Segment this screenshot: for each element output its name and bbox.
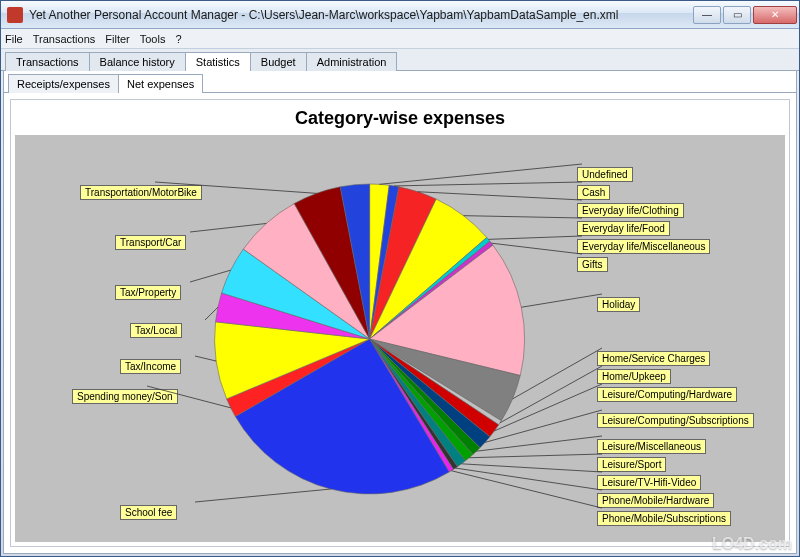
svg-line-11 — [477, 436, 602, 451]
svg-line-15 — [451, 470, 602, 507]
subtab-net-expenses[interactable]: Net expenses — [118, 74, 203, 93]
tab-administration[interactable]: Administration — [306, 52, 398, 71]
svg-line-2 — [418, 191, 582, 199]
svg-line-13 — [462, 463, 602, 471]
chart-panel: Category-wise expenses UndefinedCashEver… — [10, 99, 790, 547]
chart-title: Category-wise expenses — [15, 104, 785, 135]
svg-line-14 — [455, 468, 602, 490]
menu-filter[interactable]: Filter — [105, 33, 129, 45]
close-button[interactable]: ✕ — [753, 6, 797, 24]
subtab-receipts-expenses[interactable]: Receipts/expenses — [8, 74, 119, 93]
svg-line-5 — [491, 243, 582, 254]
svg-line-18 — [195, 356, 216, 361]
menu-tools[interactable]: Tools — [140, 33, 166, 45]
tab-transactions[interactable]: Transactions — [5, 52, 90, 71]
svg-line-16 — [195, 489, 331, 502]
statistics-panel: Receipts/expenses Net expenses Category-… — [3, 71, 797, 554]
tab-budget[interactable]: Budget — [250, 52, 307, 71]
main-tabstrip: Transactions Balance history Statistics … — [1, 49, 799, 71]
tab-statistics[interactable]: Statistics — [185, 52, 251, 71]
svg-line-22 — [155, 182, 317, 193]
app-icon — [7, 7, 23, 23]
pie-chart-plot[interactable]: UndefinedCashEveryday life/ClothingEvery… — [15, 135, 785, 542]
menu-file[interactable]: File — [5, 33, 23, 45]
statistics-subtabs: Receipts/expenses Net expenses — [4, 71, 796, 93]
svg-line-21 — [190, 223, 266, 232]
svg-line-6 — [521, 294, 602, 307]
window-buttons: — ▭ ✕ — [693, 6, 797, 24]
svg-line-0 — [379, 164, 582, 184]
maximize-button[interactable]: ▭ — [723, 6, 751, 24]
svg-line-1 — [394, 182, 582, 186]
svg-line-4 — [488, 236, 582, 239]
menubar: File Transactions Filter Tools ? — [1, 29, 799, 49]
tab-balance-history[interactable]: Balance history — [89, 52, 186, 71]
titlebar[interactable]: Yet Another Personal Account Manager - C… — [1, 1, 799, 29]
pie-svg — [20, 135, 780, 542]
title-text: Yet Another Personal Account Manager - C… — [29, 8, 693, 22]
svg-line-12 — [469, 454, 602, 458]
menu-transactions[interactable]: Transactions — [33, 33, 96, 45]
svg-line-3 — [463, 215, 582, 217]
application-window: Yet Another Personal Account Manager - C… — [0, 0, 800, 557]
menu-help[interactable]: ? — [175, 33, 181, 45]
minimize-button[interactable]: — — [693, 6, 721, 24]
svg-line-17 — [147, 386, 231, 408]
svg-line-20 — [190, 270, 231, 282]
